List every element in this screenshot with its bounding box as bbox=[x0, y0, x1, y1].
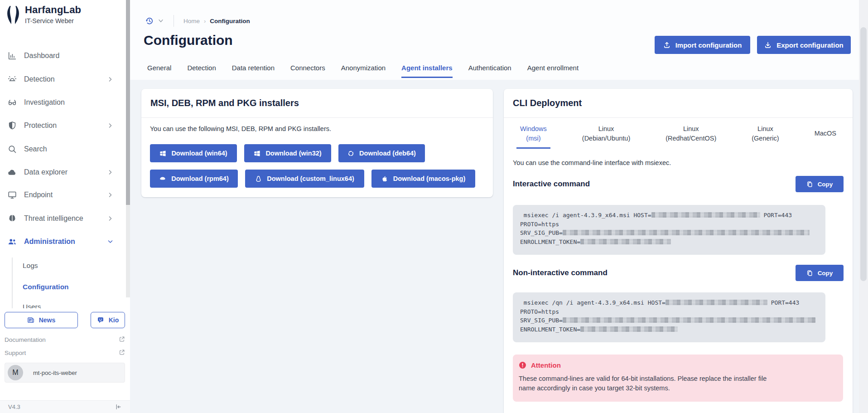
breadcrumb-current: Configuration bbox=[210, 18, 250, 24]
download-macos-pkg-button[interactable]: Download (macos-pkg) bbox=[371, 170, 475, 188]
windows-icon bbox=[159, 150, 166, 157]
brain-icon bbox=[7, 214, 17, 224]
download-deb64-button[interactable]: Download (deb64) bbox=[338, 144, 425, 162]
sidebar-item-protection[interactable]: Protection bbox=[0, 116, 126, 136]
sidebar-item-endpoint[interactable]: Endpoint bbox=[0, 185, 126, 205]
sidebar-item-dashboard[interactable]: Dashboard bbox=[0, 46, 126, 66]
page-scrollbar[interactable] bbox=[859, 0, 868, 413]
sidebar-item-label: Investigation bbox=[24, 98, 65, 107]
submenu-indent-line bbox=[12, 258, 13, 316]
cli-os-tabs: Windows (msi) Linux (Debian/Ubuntu) Linu… bbox=[504, 119, 853, 149]
external-link-icon[interactable] bbox=[119, 349, 125, 355]
cloud-icon bbox=[7, 167, 17, 177]
copy-interactive-button[interactable]: Copy bbox=[796, 176, 844, 192]
code-line: msiexec /i agent-4.3.9_x64.msi HOST= POR… bbox=[520, 211, 818, 220]
installers-card-header: MSI, DEB, RPM and PKG installers bbox=[141, 89, 493, 118]
sidebar-item-threat-intelligence[interactable]: Threat intelligence bbox=[0, 209, 126, 228]
user-card[interactable]: M mt-poc-its-weber bbox=[5, 363, 125, 383]
download-custom-linux64-button[interactable]: Download (custom_linux64) bbox=[245, 170, 364, 188]
sidebar-item-search[interactable]: Search bbox=[0, 139, 126, 159]
download-button-label: Download (macos-pkg) bbox=[393, 175, 466, 182]
divider bbox=[174, 15, 174, 27]
cli-tab-label: MacOS bbox=[815, 129, 836, 138]
sidebar-item-label: Data explorer bbox=[24, 168, 68, 176]
redacted-srv-sig-pub-value bbox=[563, 317, 815, 323]
interactive-command-code: msiexec /i agent-4.3.9_x64.msi HOST= POR… bbox=[513, 205, 825, 255]
tab-detection[interactable]: Detection bbox=[187, 64, 216, 78]
chat-smiley-icon bbox=[97, 316, 104, 324]
tab-general[interactable]: General bbox=[147, 64, 171, 78]
code-line: ENROLLMENT_TOKEN= bbox=[520, 325, 818, 334]
cli-tab-sublabel: (Debian/Ubuntu) bbox=[582, 134, 630, 143]
tab-agent-installers[interactable]: Agent installers bbox=[401, 64, 453, 78]
breadcrumb-separator: › bbox=[204, 18, 206, 24]
sidebar-scrollbar-thumb[interactable] bbox=[126, 0, 130, 205]
sidebar-subitem-configuration[interactable]: Configuration bbox=[23, 283, 69, 291]
redacted-enrollment-token-value bbox=[580, 326, 678, 332]
sidebar: HarfangLab IT-Service Weber Dashboard De… bbox=[0, 0, 130, 413]
tab-anonymization[interactable]: Anonymization bbox=[341, 64, 386, 78]
brand: HarfangLab IT-Service Weber bbox=[6, 4, 81, 27]
kio-button[interactable]: Kio bbox=[91, 312, 125, 328]
export-configuration-label: Export configuration bbox=[776, 41, 844, 49]
download-win64-button[interactable]: Download (win64) bbox=[150, 144, 237, 162]
page-scrollbar-thumb[interactable] bbox=[860, 27, 867, 281]
installers-card: MSI, DEB, RPM and PKG installers You can… bbox=[141, 89, 493, 197]
cli-tab-linux-generic[interactable]: Linux (Generic) bbox=[748, 119, 782, 149]
sidebar-item-data-explorer[interactable]: Data explorer bbox=[0, 162, 126, 182]
interactive-command-heading: Interactive command bbox=[513, 180, 590, 189]
cli-tab-macos[interactable]: MacOS bbox=[811, 119, 840, 149]
tab-agent-enrollment[interactable]: Agent enrollment bbox=[527, 64, 579, 78]
avatar: M bbox=[8, 365, 23, 380]
version-label: V4.3 bbox=[8, 403, 20, 410]
bar-chart-icon bbox=[7, 51, 17, 61]
chevron-right-icon bbox=[107, 123, 113, 129]
sidebar-item-detection[interactable]: Detection bbox=[0, 69, 126, 89]
external-link-icon[interactable] bbox=[119, 336, 125, 342]
monitor-icon bbox=[7, 190, 17, 200]
support-link[interactable]: Support bbox=[5, 350, 26, 356]
download-rpm64-button[interactable]: Download (rpm64) bbox=[150, 170, 238, 188]
brand-subtitle: IT-Service Weber bbox=[25, 17, 81, 24]
sidebar-bottom-bar: V4.3 bbox=[0, 400, 130, 413]
attention-title: Attention bbox=[531, 361, 561, 369]
cli-tab-linux-redhat-centos[interactable]: Linux (Redhat/CentOS) bbox=[662, 119, 720, 149]
download-win32-button[interactable]: Download (win32) bbox=[244, 144, 331, 162]
brand-name: HarfangLab bbox=[25, 4, 81, 16]
history-dropdown-chevron-icon[interactable] bbox=[158, 18, 164, 24]
apple-icon bbox=[381, 175, 388, 182]
tab-connectors[interactable]: Connectors bbox=[290, 64, 325, 78]
noninteractive-command-heading: Non-interactive command bbox=[513, 268, 608, 277]
configuration-tabs: General Detection Data retention Connect… bbox=[147, 64, 579, 78]
sidebar-item-administration[interactable]: Administration bbox=[0, 232, 126, 252]
documentation-link[interactable]: Documentation bbox=[5, 336, 46, 343]
sidebar-subitem-logs[interactable]: Logs bbox=[23, 262, 38, 270]
tab-authentication[interactable]: Authentication bbox=[468, 64, 511, 78]
copy-noninteractive-button[interactable]: Copy bbox=[796, 265, 844, 281]
download-button-label: Download (custom_linux64) bbox=[267, 175, 354, 182]
noninteractive-command-code: msiexec /qn /i agent-4.3.9_x64.msi HOST=… bbox=[513, 292, 825, 342]
cli-tab-windows-msi[interactable]: Windows (msi) bbox=[516, 119, 550, 149]
news-button[interactable]: News bbox=[5, 312, 78, 328]
debian-icon bbox=[347, 150, 354, 157]
redacted-host-value bbox=[651, 212, 760, 218]
cli-tab-label: Linux bbox=[598, 124, 614, 134]
news-button-label: News bbox=[39, 316, 56, 324]
installers-description: You can use the following MSI, DEB, RPM … bbox=[150, 125, 331, 132]
sidebar-item-label: Protection bbox=[24, 121, 57, 130]
import-configuration-button[interactable]: Import configuration bbox=[655, 36, 750, 54]
sidebar-scrollbar[interactable] bbox=[126, 0, 130, 297]
upload-icon bbox=[663, 41, 670, 49]
collapse-sidebar-icon[interactable] bbox=[115, 403, 122, 410]
history-icon[interactable] bbox=[145, 17, 154, 25]
tab-data-retention[interactable]: Data retention bbox=[232, 64, 275, 78]
cli-tab-linux-debian-ubuntu[interactable]: Linux (Debian/Ubuntu) bbox=[579, 119, 634, 149]
breadcrumb-home[interactable]: Home bbox=[183, 18, 200, 24]
download-button-label: Download (win32) bbox=[265, 150, 321, 157]
cli-tab-sublabel: (Generic) bbox=[752, 134, 779, 143]
copy-button-label: Copy bbox=[818, 181, 833, 188]
redhat-icon bbox=[159, 175, 166, 182]
cli-tab-label: Windows bbox=[520, 124, 547, 134]
sidebar-item-investigation[interactable]: Investigation bbox=[0, 92, 126, 112]
export-configuration-button[interactable]: Export configuration bbox=[757, 36, 851, 54]
